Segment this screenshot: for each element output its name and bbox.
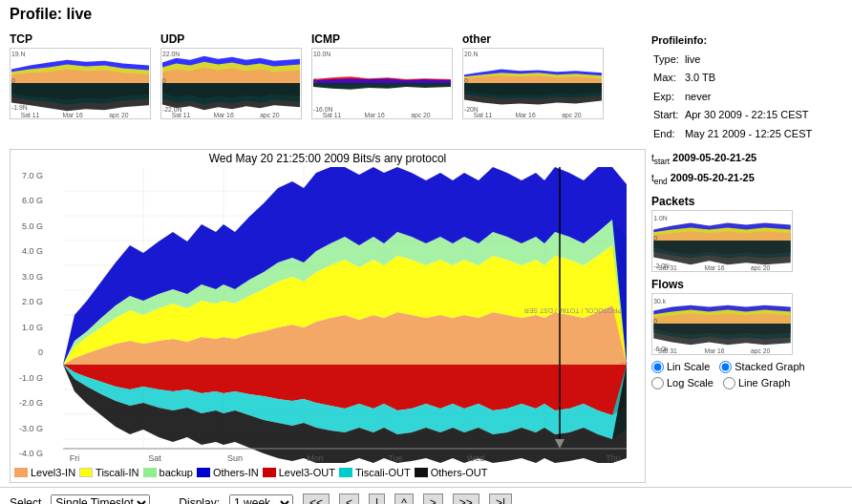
svg-text:Sat 11: Sat 11 [21, 112, 40, 118]
scale-row: Lin Scale Stacked Graph [651, 361, 842, 373]
nav-btn-up[interactable]: ^ [394, 494, 414, 504]
main-chart-svg-wrapper[interactable]: Fri Sat Sun Mon Tue Wed Thu → PROTOCOL /… [45, 167, 645, 463]
lin-scale-option[interactable]: Lin Scale [651, 361, 710, 373]
legend-backup: backup [143, 467, 193, 478]
svg-text:apc 20: apc 20 [109, 112, 129, 118]
profile-info-title: Profileinfo: [651, 32, 842, 50]
svg-text:0: 0 [11, 77, 15, 84]
y-label-n3g: -3.0 G [12, 424, 43, 433]
mini-chart-tcp-box[interactable]: Sat 11 Mar 16 apc 20 19.N 0 -1.9N [10, 48, 151, 119]
right-panel: tstart 2009-05-20-21-25 tend 2009-05-20-… [651, 149, 842, 483]
legend-others-in-label: Others-IN [213, 467, 259, 478]
legend-others-in-color [197, 468, 210, 477]
y-label-6g: 6.0 G [12, 196, 43, 205]
svg-text:0: 0 [464, 77, 468, 84]
display-label: Display: [179, 496, 220, 504]
log-scale-option[interactable]: Log Scale [651, 377, 714, 389]
svg-text:-1.9N: -1.9N [11, 104, 28, 111]
legend-backup-label: backup [160, 467, 193, 478]
legend-tiscali-out-label: Tiscali-OUT [355, 467, 411, 478]
svg-text:apc 20: apc 20 [562, 112, 582, 118]
line-graph-radio[interactable] [723, 377, 735, 389]
nav-btn-back[interactable]: < [339, 494, 359, 504]
t-start-value: 2009-05-20-21-25 [672, 152, 756, 163]
svg-text:10.0N: 10.0N [313, 51, 330, 57]
svg-text:19.N: 19.N [11, 51, 25, 57]
display-dropdown[interactable]: 1 week 2 weeks 1 month [229, 494, 293, 504]
packets-chart-box[interactable]: 1.0N 0 -2.0N Sat 31 Mar 16 apc 20 [651, 210, 793, 272]
mini-chart-udp: UDP 22.0N 0 -22.0N Sat 11 [160, 32, 302, 145]
profile-start-key: Start: [653, 107, 683, 124]
nav-btn-far-forward[interactable]: >> [453, 494, 479, 504]
svg-text:22.0N: 22.0N [162, 51, 180, 57]
svg-text:apc 20: apc 20 [751, 264, 771, 271]
svg-text:Sun: Sun [227, 453, 243, 463]
display-label-text: Display: [179, 496, 220, 504]
page: Profile: live TCP [0, 0, 852, 504]
svg-text:0: 0 [653, 235, 657, 242]
stacked-graph-radio[interactable] [719, 361, 732, 373]
flows-label: Flows [651, 278, 842, 291]
t-end-row: tend 2009-05-20-21-25 [651, 169, 842, 189]
packets-chart-svg: 1.0N 0 -2.0N Sat 31 Mar 16 apc 20 [652, 211, 792, 271]
main-chart-title: Wed May 20 21:25:00 2009 Bits/s any prot… [11, 150, 645, 167]
profile-info-table: Type: live Max: 3.0 TB Exp: never Start:… [651, 50, 818, 145]
legend-tiscali-in-label: Tiscali-IN [96, 467, 138, 478]
svg-text:Sat 31: Sat 31 [658, 347, 677, 354]
svg-text:20.N: 20.N [464, 51, 478, 57]
svg-text:Mon: Mon [307, 453, 324, 463]
legend: Level3-IN Tiscali-IN backup Others-IN Le… [11, 463, 645, 482]
lin-scale-radio[interactable] [651, 361, 664, 373]
svg-text:Thu: Thu [606, 453, 621, 463]
mini-chart-icmp-box[interactable]: 10.0N 0 -16.0N Sat 11 Mar 16 apc 20 [311, 48, 453, 119]
svg-text:apc 20: apc 20 [260, 112, 280, 118]
nav-btn-forward[interactable]: > [423, 494, 443, 504]
svg-text:1.0N: 1.0N [653, 214, 667, 220]
main-chart-wrapper: Wed May 20 21:25:00 2009 Bits/s any prot… [10, 149, 646, 483]
legend-tiscali-out: Tiscali-OUT [339, 467, 411, 478]
svg-text:Mar 16: Mar 16 [705, 347, 725, 354]
nav-btn-pause[interactable]: | [369, 494, 385, 504]
legend-others-out-color [415, 468, 428, 477]
mini-chart-udp-box[interactable]: 22.0N 0 -22.0N Sat 11 Mar 16 apc 20 [160, 48, 302, 119]
line-graph-option[interactable]: Line Graph [723, 377, 790, 389]
mini-chart-icmp-label: ICMP [311, 32, 453, 46]
legend-others-out-label: Others-OUT [431, 467, 488, 478]
svg-text:apc 20: apc 20 [411, 112, 431, 118]
svg-text:0: 0 [653, 318, 657, 325]
stacked-graph-option[interactable]: Stacked Graph [719, 361, 804, 373]
legend-tiscali-in-color [79, 468, 93, 477]
mini-chart-other-box[interactable]: 20.N 0 -20N Sat 11 Mar 16 apc 20 [462, 48, 604, 119]
nav-btn-far-back[interactable]: << [303, 494, 330, 504]
legend-level3-in-color [14, 468, 28, 477]
select-label: Select [10, 496, 41, 504]
mini-chart-tcp-label: TCP [10, 32, 151, 46]
y-label-4g: 4.0 G [12, 246, 43, 256]
legend-level3-out: Level3-OUT [263, 467, 335, 478]
legend-tiscali-out-color [339, 468, 352, 477]
chart-with-axes: 7.0 G 6.0 G 5.0 G 4.0 G 3.0 G 2.0 G 1.0 … [11, 167, 645, 463]
profile-type-value: live [685, 52, 816, 69]
y-label-n4g: -4.0 G [12, 449, 43, 458]
t-start-label: tstart [651, 153, 670, 163]
mini-chart-other-label: other [462, 32, 604, 46]
select-dropdown[interactable]: Single Timeslot Range [51, 494, 150, 504]
log-scale-radio[interactable] [651, 377, 664, 389]
t-end-value: 2009-05-20-21-25 [671, 172, 755, 183]
svg-text:Mar 16: Mar 16 [63, 112, 83, 118]
log-row: Log Scale Line Graph [651, 377, 842, 389]
packets-section: Packets 1.0N 0 -2.0N Sat 31 [651, 195, 842, 272]
profile-exp-key: Exp: [653, 89, 683, 106]
nav-btn-end[interactable]: >| [489, 494, 512, 504]
profile-max-key: Max: [653, 70, 683, 87]
profile-max-value: 3.0 TB [685, 70, 816, 87]
y-label-0: 0 [12, 347, 43, 357]
flows-chart-box[interactable]: 30.k 0 -6.0k Sat 31 Mar 16 apc 20 [651, 293, 793, 355]
legend-backup-color [143, 468, 157, 477]
svg-marker-98 [653, 241, 790, 264]
svg-text:0: 0 [162, 77, 166, 84]
t-end-label: tend [651, 173, 668, 183]
y-label-n1g: -1.0 G [12, 373, 43, 383]
legend-tiscali-in: Tiscali-IN [79, 467, 138, 478]
lin-scale-label: Lin Scale [667, 361, 710, 372]
